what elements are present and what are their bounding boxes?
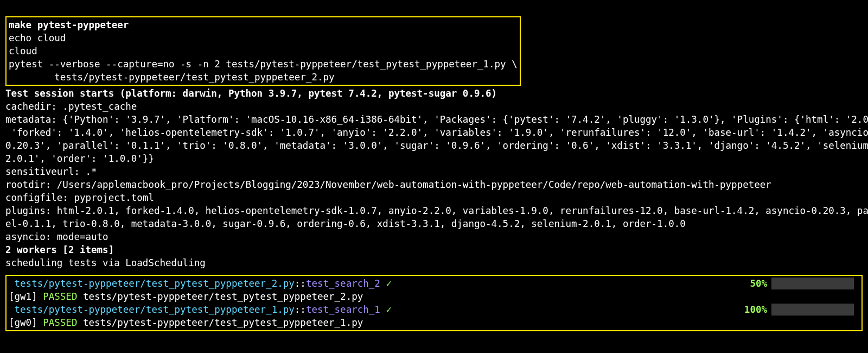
workers-line: 2 workers [2 items]	[5, 244, 114, 255]
test1-sep: ::	[295, 304, 306, 315]
plugins-line2: el-0.1.1, trio-0.8.0, metadata-3.0.0, su…	[5, 218, 686, 229]
metadata-line1: metadata: {'Python': '3.9.7', 'Platform'…	[5, 114, 868, 125]
test2-percent: 50%	[741, 277, 767, 290]
gw1-file: tests/pytest-pyppeteer/test_pytest_pyppe…	[83, 291, 363, 302]
gw0-file: tests/pytest-pyppeteer/test_pytest_pyppe…	[83, 317, 363, 328]
progress-bar-100	[771, 304, 854, 316]
rootdir-line: rootdir: /Users/applemacbook_pro/Project…	[5, 179, 771, 190]
configfile-line: configfile: pyproject.toml	[5, 192, 154, 203]
echo-command: echo cloud	[9, 33, 66, 43]
gw0-passed: PASSED	[43, 317, 83, 328]
metadata-line3: 0.20.3', 'parallel': '0.1.1', 'trio': '0…	[5, 140, 868, 151]
progress-bar-50	[771, 278, 854, 289]
test2-path: tests/pytest-pyppeteer/test_pytest_pyppe…	[9, 278, 295, 289]
asyncio-line: asyncio: mode=auto	[5, 231, 108, 242]
cachedir-line: cachedir: .pytest_cache	[5, 101, 137, 112]
plugins-line1: plugins: html-2.0.1, forked-1.4.0, helio…	[5, 205, 868, 216]
terminal: make pytest-pyppeteer echo cloud cloud p…	[0, 0, 868, 353]
pytest-command-line1: pytest --verbose --capture=no -s -n 2 te…	[9, 59, 518, 70]
sensitiveurl-line: sensitiveurl: .*	[5, 166, 97, 177]
test1-path: tests/pytest-pyppeteer/test_pytest_pyppe…	[9, 304, 295, 315]
make-command: make pytest-pyppeteer	[9, 20, 129, 30]
pytest-command-line2: tests/pytest-pyppeteer/test_pytest_pyppe…	[9, 72, 335, 83]
echo-output: cloud	[9, 46, 37, 56]
test1-name: test_search_1	[306, 304, 386, 315]
test-result-row-1: tests/pytest-pyppeteer/test_pytest_pyppe…	[9, 303, 859, 316]
metadata-line4: 2.0.1', 'order': '1.0.0'}}	[5, 153, 154, 164]
session-starts: Test session starts (platform: darwin, P…	[5, 88, 497, 99]
test2-sep: ::	[295, 278, 306, 289]
scheduling-line: scheduling tests via LoadScheduling	[5, 257, 206, 268]
gw0-passed-line: [gw0] PASSED tests/pytest-pyppeteer/test…	[9, 316, 859, 329]
check-icon: ✓	[386, 278, 392, 289]
metadata-line2: 'forked': '1.4.0', 'helios-opentelemetry…	[5, 127, 868, 138]
results-highlight-box: tests/pytest-pyppeteer/test_pytest_pyppe…	[5, 275, 863, 331]
gw1-prefix: [gw1]	[9, 291, 43, 302]
command-highlight-box: make pytest-pyppeteer echo cloud cloud p…	[5, 16, 521, 86]
gw0-prefix: [gw0]	[9, 317, 43, 328]
check-icon: ✓	[386, 304, 392, 315]
test2-name: test_search_2	[306, 278, 386, 289]
test-result-row-2: tests/pytest-pyppeteer/test_pytest_pyppe…	[9, 277, 859, 290]
test1-percent: 100%	[741, 303, 767, 316]
gw1-passed-line: [gw1] PASSED tests/pytest-pyppeteer/test…	[9, 290, 859, 303]
gw1-passed: PASSED	[43, 291, 83, 302]
